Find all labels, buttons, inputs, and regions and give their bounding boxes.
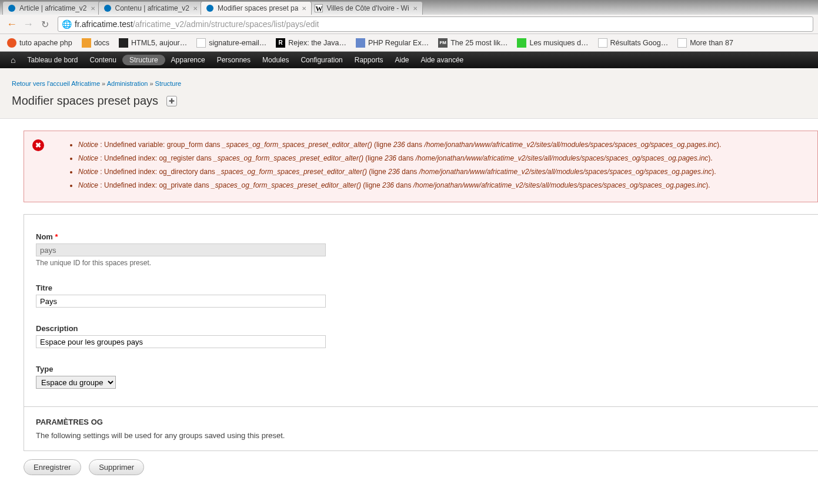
menu-modules[interactable]: Modules: [256, 52, 295, 68]
svg-point-1: [104, 5, 111, 12]
close-icon[interactable]: ✕: [302, 5, 306, 12]
menu-help[interactable]: Aide: [389, 52, 415, 68]
wikipedia-icon: W: [315, 4, 323, 12]
type-label: Type: [36, 365, 806, 373]
bookmarks-bar: tuto apache php docs HTML5, aujour… sign…: [0, 34, 818, 52]
svg-point-2: [206, 5, 213, 12]
delete-button[interactable]: Supprimer: [89, 459, 144, 475]
breadcrumb: Retour vers l'accueil Africatime » Admin…: [12, 80, 806, 87]
titre-label: Titre: [36, 283, 806, 292]
type-select[interactable]: Espace du groupe: [36, 376, 116, 389]
breadcrumb-home[interactable]: Retour vers l'accueil Africatime: [12, 80, 100, 87]
nom-description: The unique ID for this spaces preset.: [36, 259, 806, 267]
nom-input: [36, 243, 326, 256]
page-title: Modifier spaces preset pays ✚: [12, 94, 806, 108]
favicon-icon: FM: [438, 38, 448, 48]
menu-configuration[interactable]: Configuration: [295, 52, 348, 68]
form-actions: Enregistrer Supprimer: [24, 451, 818, 483]
url-host: fr.africatime.test: [75, 19, 133, 29]
browser-tab-active[interactable]: Modifier spaces preset pa ✕: [201, 1, 312, 15]
page-icon: [196, 38, 206, 48]
menu-content[interactable]: Contenu: [84, 52, 122, 68]
og-description: The following settings will be used for …: [36, 431, 806, 440]
url-path: /africatime_v2/admin/structure/spaces/li…: [133, 19, 319, 29]
error-icon: ✖: [32, 139, 44, 151]
home-icon: ⌂: [11, 55, 15, 65]
reload-icon: ↻: [41, 19, 49, 30]
error-item: Notice : Undefined index: og_private dan…: [78, 180, 809, 191]
url-bar[interactable]: 🌐 fr.africatime.test/africatime_v2/admin…: [58, 16, 813, 32]
menu-dashboard[interactable]: Tableau de bord: [21, 52, 84, 68]
form-item-description: Description: [36, 324, 806, 348]
bookmark-item[interactable]: signature-email…: [192, 38, 271, 48]
bookmark-item[interactable]: PHP Regular Ex…: [351, 38, 433, 48]
breadcrumb-structure[interactable]: Structure: [155, 80, 182, 87]
home-link[interactable]: ⌂: [5, 52, 21, 69]
favicon-icon: [119, 38, 128, 48]
ubuntu-icon: [7, 38, 16, 48]
error-item: Notice : Undefined index: og_directory d…: [78, 166, 809, 177]
browser-tabs: Article | africatime_v2 ✕ Contenu | afri…: [0, 0, 818, 15]
svg-point-0: [8, 5, 15, 12]
add-icon[interactable]: ✚: [166, 96, 177, 106]
drupal-icon: [8, 4, 16, 12]
bookmark-item[interactable]: docs: [77, 38, 114, 48]
bookmark-item[interactable]: HTML5, aujour…: [114, 38, 192, 48]
bookmark-item[interactable]: Résultats Goog…: [593, 38, 673, 48]
bookmark-item[interactable]: FMThe 25 most lik…: [433, 38, 512, 48]
arrow-right-icon: →: [23, 18, 34, 31]
og-settings-section: PARAMÈTRES OG The following settings wil…: [24, 406, 818, 451]
close-icon[interactable]: ✕: [91, 5, 95, 12]
drupal-icon: [206, 4, 214, 12]
close-icon[interactable]: ✕: [413, 5, 418, 12]
admin-toolbar: ⌂ Tableau de bord Contenu Structure Appa…: [0, 52, 818, 68]
save-button[interactable]: Enregistrer: [24, 459, 81, 475]
favicon-icon: [356, 38, 365, 48]
reload-button[interactable]: ↻: [38, 17, 52, 31]
form-item-nom: Nom * The unique ID for this spaces pres…: [36, 232, 806, 267]
forward-button[interactable]: →: [21, 17, 35, 31]
bookmark-item[interactable]: More than 87: [673, 38, 738, 48]
description-input[interactable]: [36, 335, 326, 348]
browser-tab[interactable]: Article | africatime_v2 ✕: [2, 1, 101, 15]
nav-toolbar: ← → ↻ 🌐 fr.africatime.test/africatime_v2…: [0, 15, 818, 34]
menu-reports[interactable]: Rapports: [349, 52, 389, 68]
menu-advanced-help[interactable]: Aide avancée: [415, 52, 470, 68]
favicon-icon: R: [276, 38, 285, 48]
breadcrumb-admin[interactable]: Administration: [107, 80, 148, 87]
breadcrumb-area: Retour vers l'accueil Africatime » Admin…: [0, 68, 818, 119]
bookmark-item[interactable]: tuto apache php: [2, 38, 77, 48]
tab-title: Contenu | africatime_v2: [115, 4, 190, 12]
back-button[interactable]: ←: [5, 17, 19, 31]
tab-title: Modifier spaces preset pa: [218, 4, 298, 12]
tab-title: Article | africatime_v2: [19, 4, 87, 12]
folder-icon: [82, 38, 91, 48]
form-item-titre: Titre: [36, 283, 806, 308]
menu-people[interactable]: Personnes: [211, 52, 256, 68]
error-item: Notice : Undefined variable: group_form …: [78, 139, 809, 150]
browser-tab[interactable]: W Villes de Côte d'Ivoire - Wi ✕: [309, 1, 422, 15]
globe-icon: 🌐: [62, 19, 71, 29]
error-messages: ✖ Notice : Undefined variable: group_for…: [24, 131, 818, 202]
form-wrapper: Nom * The unique ID for this spaces pres…: [24, 214, 818, 406]
close-icon[interactable]: ✕: [193, 5, 198, 12]
browser-tab[interactable]: Contenu | africatime_v2 ✕: [98, 1, 203, 15]
error-item: Notice : Undefined index: og_register da…: [78, 153, 809, 163]
content: ✖ Notice : Undefined variable: group_for…: [0, 119, 818, 495]
tab-title: Villes de Côte d'Ivoire - Wi: [326, 4, 409, 12]
required-mark: *: [55, 232, 58, 241]
page-icon: [677, 38, 687, 48]
favicon-icon: [517, 38, 526, 48]
bookmark-item[interactable]: Les musiques d…: [512, 38, 593, 48]
form-item-type: Type Espace du groupe: [36, 365, 806, 389]
og-heading: PARAMÈTRES OG: [36, 418, 806, 426]
menu-appearance[interactable]: Apparence: [165, 52, 211, 68]
arrow-left-icon: ←: [6, 18, 17, 31]
bookmark-item[interactable]: RRejex: the Java…: [271, 38, 351, 48]
menu-structure[interactable]: Structure: [122, 55, 165, 65]
description-label: Description: [36, 324, 806, 333]
nom-label: Nom *: [36, 232, 806, 241]
page-icon: [598, 38, 607, 48]
drupal-icon: [103, 4, 112, 12]
titre-input[interactable]: [36, 295, 326, 308]
